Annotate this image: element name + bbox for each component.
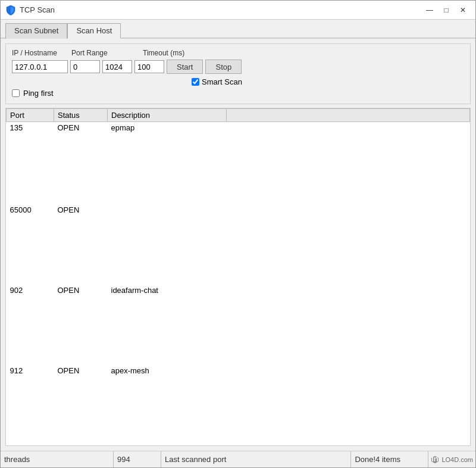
smart-scan-row: Smart Scan bbox=[192, 77, 464, 86]
cell-extra bbox=[227, 122, 470, 205]
status-threads: threads bbox=[1, 451, 114, 467]
form-labels: IP / Hostname Port Range Timeout (ms) bbox=[12, 49, 464, 57]
cell-status: OPEN bbox=[54, 122, 108, 205]
cell-description: epmap bbox=[108, 122, 227, 205]
smart-scan-checkbox[interactable] bbox=[192, 78, 199, 86]
status-threads-value: 994 bbox=[114, 451, 161, 467]
main-window: TCP Scan — □ ✕ Scan Subnet Scan Host IP … bbox=[0, 0, 476, 468]
status-done: Done!4 items bbox=[351, 451, 428, 467]
app-icon bbox=[5, 5, 16, 15]
cell-status: OPEN bbox=[54, 285, 108, 365]
cell-extra bbox=[227, 285, 470, 365]
cell-status: OPEN bbox=[54, 365, 108, 445]
timeout-input[interactable] bbox=[134, 60, 164, 73]
threads-label: threads bbox=[4, 455, 30, 464]
window-title: TCP Scan bbox=[20, 5, 422, 14]
table-row: 902 OPEN ideafarm-chat bbox=[7, 285, 470, 365]
timeout-label: Timeout (ms) bbox=[143, 49, 190, 57]
maximize-button[interactable]: □ bbox=[439, 4, 454, 16]
done-label: Done!4 items bbox=[355, 455, 400, 464]
form-inputs: Start Stop bbox=[12, 60, 464, 74]
watermark: in LO4D.com bbox=[428, 455, 475, 464]
ping-first-label: Ping first bbox=[23, 89, 54, 98]
window-controls: — □ ✕ bbox=[422, 4, 471, 16]
ip-label: IP / Hostname bbox=[12, 49, 71, 57]
tab-bar: Scan Subnet Scan Host bbox=[1, 20, 475, 39]
table-row: 135 OPEN epmap bbox=[7, 122, 470, 205]
threads-value: 994 bbox=[117, 455, 130, 464]
ping-first-checkbox[interactable] bbox=[12, 89, 20, 97]
scan-panel: IP / Hostname Port Range Timeout (ms) St… bbox=[5, 43, 471, 104]
table-row: 65000 OPEN bbox=[7, 204, 470, 285]
col-status: Status bbox=[54, 109, 108, 122]
cell-port: 902 bbox=[7, 285, 54, 365]
title-bar: TCP Scan — □ ✕ bbox=[1, 1, 475, 20]
cell-description bbox=[108, 204, 227, 285]
cell-port: 135 bbox=[7, 122, 54, 205]
minimize-button[interactable]: — bbox=[422, 4, 437, 16]
tab-scan-host[interactable]: Scan Host bbox=[67, 23, 121, 39]
col-extra bbox=[227, 109, 470, 122]
tab-scan-subnet[interactable]: Scan Subnet bbox=[5, 23, 67, 39]
port-start-input[interactable] bbox=[70, 60, 100, 73]
table-row: 912 OPEN apex-mesh bbox=[7, 365, 470, 445]
cell-description: ideafarm-chat bbox=[108, 285, 227, 365]
stop-button[interactable]: Stop bbox=[205, 60, 242, 74]
svg-text:in: in bbox=[432, 455, 439, 463]
smart-scan-label: Smart Scan bbox=[202, 77, 242, 86]
ping-row: Ping first bbox=[12, 89, 464, 98]
cell-port: 912 bbox=[7, 365, 54, 445]
cell-extra bbox=[227, 365, 470, 445]
results-area: Port Status Description 135 OPEN epmap 6… bbox=[5, 108, 471, 446]
table-header-row: Port Status Description bbox=[7, 109, 470, 122]
cell-port: 65000 bbox=[7, 204, 54, 285]
start-button[interactable]: Start bbox=[167, 60, 203, 74]
port-label: Port Range bbox=[71, 49, 143, 57]
col-description: Description bbox=[108, 109, 227, 122]
port-end-input[interactable] bbox=[102, 60, 132, 73]
cell-description: apex-mesh bbox=[108, 365, 227, 445]
cell-status: OPEN bbox=[54, 204, 108, 285]
content-area: IP / Hostname Port Range Timeout (ms) St… bbox=[1, 39, 475, 451]
results-table: Port Status Description 135 OPEN epmap 6… bbox=[6, 108, 470, 445]
last-port-label: Last scanned port bbox=[165, 455, 226, 464]
close-button[interactable]: ✕ bbox=[455, 4, 471, 16]
status-bar: threads 994 Last scanned port Done!4 ite… bbox=[1, 451, 475, 467]
watermark-text: LO4D.com bbox=[441, 456, 473, 463]
cell-extra bbox=[227, 204, 470, 285]
ip-input[interactable] bbox=[12, 60, 68, 73]
status-last-port: Last scanned port bbox=[161, 451, 351, 467]
watermark-icon: in bbox=[431, 455, 439, 464]
col-port: Port bbox=[7, 109, 54, 122]
